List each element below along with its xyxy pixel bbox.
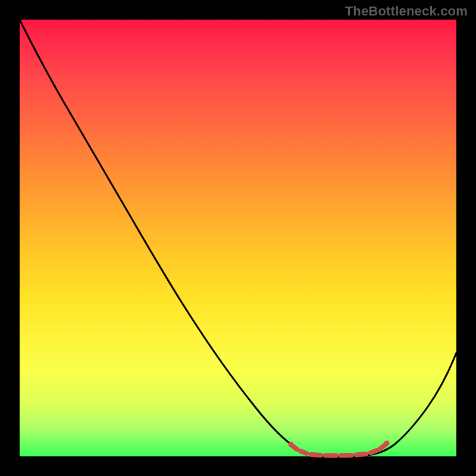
watermark-text: TheBottleneck.com <box>345 4 468 19</box>
svg-line-4 <box>341 455 352 456</box>
svg-line-5 <box>356 454 366 455</box>
optimal-band <box>289 441 390 456</box>
curve-layer <box>20 20 456 456</box>
chart-frame: TheBottleneck.com <box>0 0 476 476</box>
svg-line-6 <box>371 450 377 453</box>
svg-line-2 <box>311 455 321 455</box>
svg-line-1 <box>300 451 306 453</box>
svg-line-7 <box>380 445 385 449</box>
svg-point-9 <box>384 441 390 446</box>
bottleneck-curve <box>20 20 456 456</box>
svg-point-8 <box>289 442 294 447</box>
plot-area <box>20 20 456 456</box>
